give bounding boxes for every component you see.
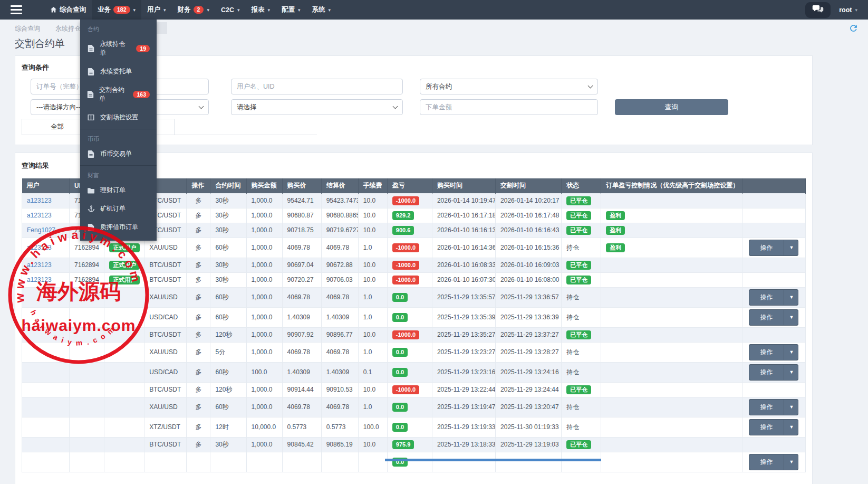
cell-settle-time: 2025-11-29 13:28:27 [496,342,562,362]
cell-pnl: 900.6 [387,223,432,238]
user-uid-input[interactable] [231,79,403,94]
cell-period: 120秒 [210,382,246,397]
cell-user: a123123 [22,258,70,272]
row-action-caret[interactable]: ▼ [784,399,798,415]
user-type-badge: 正式用户 [109,276,140,284]
cell-user [22,382,70,397]
menu-item[interactable]: 永续持仓单19 [80,35,157,62]
contract-select[interactable]: 所有合约 [420,79,598,94]
cell-buy-time: 2026-01-10 16:08:33 [432,258,495,272]
menu-item[interactable]: 矿机订单 [80,200,157,218]
refresh-icon[interactable] [848,23,859,33]
cell-buy-time: 2026-01-10 16:07:30 [432,272,495,287]
menu-item[interactable]: 交割场控设置 [80,108,157,127]
nav-item-8[interactable]: 系统▾ [306,0,337,20]
row-action-button[interactable]: 操作▼ [749,399,798,415]
cell-settle-price: 90706.03 [321,272,358,287]
cell-settle-price [321,452,358,472]
cell-actions: 操作▼ [742,238,805,258]
menu-item-label: 币币交易单 [100,149,132,158]
nav-item-label: 财务 [178,5,191,14]
row-action-caret[interactable]: ▼ [784,240,798,256]
status-select[interactable]: 请选择 [231,99,403,115]
menu-item[interactable]: 交割合约单163 [80,81,157,108]
cell-pnl: 0.0 [387,362,432,382]
chevron-down-icon: ▾ [133,7,136,13]
nav-item-1[interactable]: 综合查询 [44,0,92,20]
user-link[interactable]: a123123 [27,276,52,283]
cell-period: 60秒 [210,307,246,327]
menu-item[interactable]: 币币交易单 [80,145,157,163]
cell-buy-price: 90718.75 [282,223,321,238]
cell-buy-time: 2026-01-14 10:19:47 [432,193,495,208]
row-action-button[interactable]: 操作▼ [749,454,798,470]
table-row: BTC/USDT多30秒1,000.090845.4290865.1910.09… [22,437,806,452]
search-button[interactable]: 查询 [615,99,728,115]
row-action-caret[interactable]: ▼ [784,364,798,381]
row-action-button[interactable]: 操作▼ [749,364,798,381]
row-action-caret[interactable]: ▼ [784,289,798,306]
cell-buy-price: 90720.27 [282,272,321,287]
row-action-button[interactable]: 操作▼ [749,419,798,435]
cell-fee: 100.0 [358,417,387,437]
nav-item-4[interactable]: 财务2▾ [172,0,215,20]
nav-item-5[interactable]: C2C▾ [215,0,246,20]
cell-user-type [104,362,144,382]
cell-direction: 多 [187,193,210,208]
menu-section: 财富理财订单矿机订单质押借币订单 [80,165,157,236]
user-link[interactable]: a123123 [27,212,52,219]
row-action-caret[interactable]: ▼ [784,419,798,435]
nav-item-6[interactable]: 报表▾ [246,0,276,20]
nav-item-2[interactable]: 业务182▾ [92,0,141,20]
menu-item[interactable]: 质押借币订单 [80,218,157,236]
cell-fee: 10.0 [358,223,387,238]
user-link[interactable]: a123123 [27,197,52,204]
row-action-button[interactable]: 操作▼ [749,289,798,306]
row-action-caret[interactable]: ▼ [784,344,798,360]
row-action-caret[interactable]: ▼ [784,309,798,326]
chat-button[interactable] [805,2,831,18]
hamburger-menu-icon[interactable] [0,0,33,20]
cell-uid [70,452,104,472]
status-badge: 已平仓 [566,196,591,205]
pnl-badge: -1000.0 [392,261,419,270]
cell-fee: 1.0 [358,287,387,307]
user-menu[interactable]: root ▾ [839,6,857,14]
user-link[interactable]: Feng1027 [27,226,55,234]
cell-buy-price: 1.40309 [282,362,321,382]
pnl-badge: 0.0 [392,423,408,432]
cell-pnl: 0.0 [387,417,432,437]
menu-item[interactable]: 理财订单 [80,181,157,200]
cell-pnl: 0.0 [387,397,432,417]
cell-settle-time: 2026-01-10 16:15:36 [496,238,562,258]
cell-amount: 1,000.0 [246,397,282,417]
row-action-button[interactable]: 操作▼ [749,309,798,326]
count-badge: 19 [136,45,150,53]
cell-user [22,342,70,362]
row-action-button[interactable]: 操作▼ [749,240,798,256]
chat-icon [812,5,824,15]
column-header: 手续费 [358,178,387,193]
file-icon [87,224,95,231]
column-header: 结算价 [321,178,358,193]
cell-pnl: 929.2 [387,208,432,223]
table-row: USD/CAD多60秒1,000.01.403091.403091.00.020… [22,307,806,327]
menu-item[interactable]: 永续委托单 [80,62,157,81]
row-action-label: 操作 [749,419,784,435]
cell-amount: 1,000.0 [246,437,282,452]
nav-item-3[interactable]: 用户▾ [141,0,172,20]
breadcrumb-item-query[interactable]: 综合查询 [15,24,40,33]
cell-settle-price: 1.40309 [321,307,358,327]
user-link[interactable]: a123123 [27,261,52,269]
file-icon [87,150,95,158]
user-link[interactable]: a123123 [27,244,52,251]
cell-user-type [104,382,144,397]
nav-item-7[interactable]: 配置▾ [276,0,306,20]
amount-input[interactable] [420,99,598,115]
row-action-button[interactable]: 操作▼ [749,344,798,360]
row-action-caret[interactable]: ▼ [784,454,798,470]
cell-status: 已平仓 [562,437,601,452]
bottom-highlight-strip [385,459,601,461]
row-action-label: 操作 [749,344,784,360]
cell-period: 5分 [210,342,246,362]
